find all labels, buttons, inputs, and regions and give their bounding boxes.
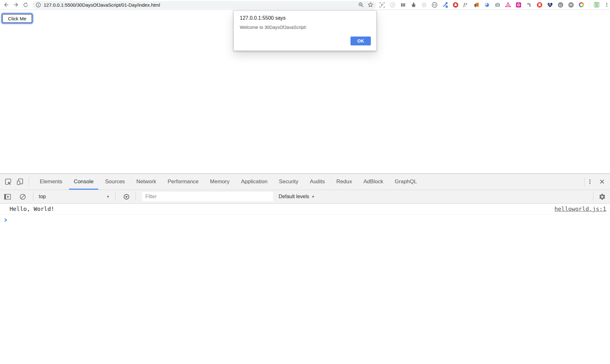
tab-sources[interactable]: Sources (99, 174, 130, 190)
devtools-close-icon[interactable] (598, 178, 606, 186)
megaphone-extension-icon[interactable] (474, 2, 480, 8)
browser-toolbar: 127.0.0.1:5500/30DaysOfJavaScript/01-Day… (0, 0, 610, 10)
console-prompt[interactable] (0, 214, 610, 226)
console-toolbar-separator-4 (593, 192, 593, 201)
svg-text:W: W (570, 3, 573, 6)
console-log-text: Hello, World! (10, 206, 54, 212)
color-wheel-extension-icon[interactable] (579, 2, 585, 8)
tab-graphql[interactable]: GraphQL (389, 174, 423, 190)
tab-memory[interactable]: Memory (204, 174, 235, 190)
forward-icon[interactable] (12, 1, 19, 8)
camera-extension-icon[interactable] (495, 2, 501, 8)
console-toolbar-separator-2 (115, 192, 115, 201)
reload-icon[interactable] (22, 1, 29, 8)
log-levels-label: Default levels (279, 194, 309, 199)
tab-application[interactable]: Application (235, 174, 273, 190)
alert-dialog: 127.0.0.1:5500 says Welcome to 30DaysOfJ… (233, 10, 377, 51)
blue-swirl-extension-icon[interactable] (484, 2, 490, 8)
zoom-magnifier-icon[interactable] (358, 2, 364, 8)
bookmark-star-icon[interactable] (368, 2, 373, 8)
tabbar-right-separator (584, 178, 585, 186)
prompt-chevron-icon (4, 218, 8, 222)
console-settings-gear-icon[interactable] (598, 192, 606, 201)
log-levels-dropdown[interactable]: Default levels ▼ (279, 194, 315, 199)
devtools-panel: Elements Console Sources Network Perform… (0, 173, 610, 364)
console-toolbar: top ▼ Default levels ▼ (0, 190, 610, 204)
color-picker-extension-icon[interactable] (442, 2, 448, 8)
bookmark-save-extension-icon[interactable] (537, 2, 543, 8)
gray-g-extension-icon[interactable]: G (558, 2, 564, 8)
heart-search-extension-icon[interactable] (547, 2, 553, 8)
device-toolbar-icon[interactable] (16, 178, 24, 186)
tab-elements[interactable]: Elements (34, 174, 68, 190)
whatfont-extension-icon[interactable]: f? (463, 2, 469, 8)
disabled-swirl-extension-icon[interactable] (390, 2, 396, 8)
url-text: 127.0.0.1:5500/30DaysOfJavaScript/01-Day… (44, 2, 354, 8)
address-bar[interactable]: 127.0.0.1:5500/30DaysOfJavaScript/01-Day… (32, 1, 377, 9)
back-icon[interactable] (3, 1, 10, 8)
tab-redux[interactable]: Redux (331, 174, 358, 190)
info-icon[interactable] (35, 2, 41, 8)
alert-dialog-title: 127.0.0.1:5500 says (240, 15, 286, 21)
console-source-link[interactable]: helloworld.js:1 (554, 206, 610, 212)
svg-text:G: G (559, 3, 562, 7)
devtools-tabs: Elements Console Sources Network Perform… (34, 174, 423, 190)
console-sidebar-toggle-icon[interactable] (3, 192, 11, 201)
extensions-bar: F f? (379, 2, 610, 8)
magenta-gear-extension-icon[interactable] (516, 2, 522, 8)
tab-network[interactable]: Network (131, 174, 162, 190)
pink-triangle-graph-extension-icon[interactable] (505, 2, 511, 8)
toolbar-separator (589, 2, 589, 8)
inspect-element-icon[interactable] (4, 178, 12, 186)
tab-performance[interactable]: Performance (162, 174, 204, 190)
log-levels-caret-icon: ▼ (311, 195, 315, 199)
bug-reporter-extension-icon[interactable] (411, 2, 417, 8)
svg-text:F: F (381, 3, 384, 7)
tab-security[interactable]: Security (273, 174, 304, 190)
browser-window: 127.0.0.1:5500/30DaysOfJavaScript/01-Day… (0, 0, 610, 364)
tab-adblock[interactable]: AdBlock (358, 174, 389, 190)
live-expression-eye-icon[interactable] (122, 192, 130, 201)
devtools-kebab-menu-icon[interactable] (586, 178, 594, 186)
console-output: Hello, World! helloworld.js:1 (0, 204, 610, 226)
browser-kebab-menu-icon[interactable] (604, 2, 610, 8)
clear-console-icon[interactable] (18, 192, 27, 201)
split-view-extension-icon[interactable] (400, 2, 406, 8)
context-selector[interactable]: top (39, 194, 46, 199)
console-log-row: Hello, World! helloworld.js:1 (0, 204, 610, 214)
tabbar-separator (29, 178, 29, 186)
svg-text:f?: f? (464, 3, 467, 7)
tab-console[interactable]: Console (68, 174, 99, 190)
adblock-hand-extension-icon[interactable] (453, 2, 459, 8)
alert-ok-button[interactable]: OK (350, 37, 371, 45)
gray-w-extension-icon[interactable]: W (568, 2, 574, 8)
gray-blocks-extension-icon[interactable] (526, 2, 532, 8)
react-devtools-extension-icon[interactable] (421, 2, 427, 8)
console-filter-input[interactable] (142, 192, 273, 201)
console-toolbar-separator-1 (33, 192, 33, 201)
context-selector-caret-icon[interactable]: ▼ (106, 195, 110, 199)
devtools-tab-bar: Elements Console Sources Network Perform… (0, 174, 610, 190)
console-toolbar-separator-3 (135, 192, 136, 201)
fonts-ninja-extension-icon[interactable]: F (379, 2, 385, 8)
paren-dash-extension-icon[interactable] (432, 2, 438, 8)
alert-dialog-message: Welcome to 30DaysOfJavaScript! (240, 25, 306, 30)
click-me-button[interactable]: Click Me (2, 14, 32, 23)
json-formatter-extension-icon[interactable]: { } (594, 2, 600, 8)
tab-audits[interactable]: Audits (304, 174, 330, 190)
